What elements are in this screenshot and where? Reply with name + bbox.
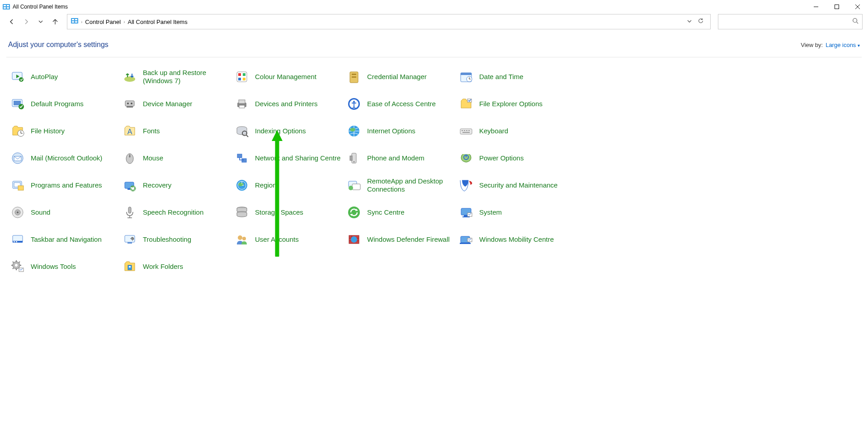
up-button[interactable] [49,15,61,28]
panel-item-indexing-options[interactable]: Indexing Options [232,121,344,141]
taskbar-icon [10,232,25,247]
system-icon [458,205,474,220]
svg-rect-109 [127,242,132,244]
panel-item-sound[interactable]: Sound [8,202,120,223]
recent-locations-button[interactable] [34,15,47,28]
panel-item-label: Troubleshooting [143,235,191,244]
panel-item-power-options[interactable]: Power Options [457,148,569,169]
sound-icon [10,205,25,220]
breadcrumb-seg-1[interactable]: Control Panel [85,19,121,25]
panel-item-windows-mobility-centre[interactable]: Windows Mobility Centre [457,229,569,250]
svg-point-70 [354,161,355,163]
svg-point-111 [242,237,246,240]
panel-item-colour-management[interactable]: Colour Management [232,66,344,87]
panel-item-credential-manager[interactable]: Credential Manager [344,66,457,87]
panel-item-mail-microsoft-outlook[interactable]: Mail (Microsoft Outlook) [8,148,120,169]
svg-rect-119 [460,243,471,244]
panel-item-windows-tools[interactable]: Windows Tools [8,256,120,277]
panel-item-label: Windows Mobility Centre [479,235,554,244]
svg-rect-22 [243,73,245,76]
svg-rect-68 [242,159,246,162]
firewall-icon [346,232,362,247]
panel-item-label: Security and Maintenance [479,181,557,189]
indexing-icon [234,123,250,139]
svg-rect-41 [239,100,245,103]
panel-item-sync-centre[interactable]: Sync Centre [344,202,457,223]
panel-item-devices-and-printers[interactable]: Devices and Printers [232,94,344,114]
panel-item-file-explorer-options[interactable]: File Explorer Options [457,94,569,114]
svg-point-39 [131,103,132,104]
panel-item-keyboard[interactable]: Keyboard [457,121,569,141]
svg-rect-27 [352,76,356,78]
panel-item-device-manager[interactable]: Device Manager [120,94,232,114]
breadcrumb-seg-2[interactable]: All Control Panel Items [127,19,187,25]
panel-item-label: Windows Tools [31,263,76,271]
panel-item-remoteapp-and-desktop-connections[interactable]: RemoteApp and Desktop Connections [344,175,457,196]
panel-item-fonts[interactable]: AFonts [120,121,232,141]
fonts-icon: A [122,123,137,139]
region-icon [234,178,250,193]
panel-item-user-accounts[interactable]: User Accounts [232,229,344,250]
refresh-button[interactable] [698,18,704,26]
chevron-right-icon[interactable]: › [81,19,82,24]
panel-item-windows-defender-firewall[interactable]: Windows Defender Firewall [344,229,457,250]
chevron-right-icon[interactable]: › [123,19,125,24]
panel-item-system[interactable]: System [457,202,569,223]
search-bar[interactable] [718,14,863,29]
svg-point-38 [127,103,129,104]
panel-item-ease-of-access-centre[interactable]: Ease of Access Centre [344,94,457,114]
panel-item-label: User Accounts [255,235,299,244]
svg-line-15 [857,22,859,24]
backup-icon [122,69,137,85]
svg-rect-36 [125,101,134,106]
panel-item-programs-and-features[interactable]: Programs and Features [8,175,120,196]
maximize-button[interactable] [826,0,847,14]
panel-item-back-up-and-restore-windows-7[interactable]: Back up and Restore (Windows 7) [120,66,232,87]
view-by-value: Large icons [826,42,856,48]
panel-item-date-and-time[interactable]: Date and Time [457,66,569,87]
address-bar[interactable]: › Control Panel › All Control Panel Item… [67,14,711,29]
panel-item-label: Back up and Restore (Windows 7) [143,69,229,85]
panel-item-mouse[interactable]: Mouse [120,148,232,169]
security-icon [458,178,474,193]
panel-item-region[interactable]: Region [232,175,344,196]
fileexp-icon [458,96,474,112]
panel-item-network-and-sharing-centre[interactable]: Network and Sharing Centre [232,148,344,169]
close-button[interactable] [847,0,868,14]
svg-rect-23 [238,78,241,80]
svg-rect-67 [237,154,242,158]
svg-rect-24 [243,78,245,80]
panel-item-taskbar-and-navigation[interactable]: Taskbar and Navigation [8,229,120,250]
panel-item-security-and-maintenance[interactable]: Security and Maintenance [457,175,569,196]
window-title: All Control Panel Items [13,4,68,10]
minimize-button[interactable] [806,0,826,14]
view-by-dropdown[interactable]: Large icons ▾ [826,42,860,48]
panel-item-label: Date and Time [479,73,524,81]
view-by-control: View by: Large icons ▾ [801,42,860,48]
panel-item-recovery[interactable]: Recovery [120,175,232,196]
remoteapp-icon [346,178,362,193]
panel-item-file-history[interactable]: File History [8,121,120,141]
panel-item-storage-spaces[interactable]: Storage Spaces [232,202,344,223]
datetime-icon [458,69,474,85]
network-icon [234,150,250,166]
panel-item-label: Internet Options [367,127,415,135]
svg-point-18 [19,77,24,82]
panel-item-label: Work Folders [143,263,183,271]
control-panel-mini-icon [71,17,78,26]
panel-item-work-folders[interactable]: Work Folders [120,256,232,277]
panel-item-label: Devices and Printers [255,100,317,108]
back-button[interactable] [5,15,18,28]
panel-item-troubleshooting[interactable]: Troubleshooting [120,229,232,250]
panel-item-phone-and-modem[interactable]: Phone and Modem [344,148,457,169]
svg-rect-87 [352,184,360,190]
panel-item-autoplay[interactable]: AutoPlay [8,66,120,87]
panel-item-label: Default Programs [31,100,84,108]
address-dropdown-button[interactable] [687,18,692,26]
search-input[interactable] [722,19,852,25]
panel-item-internet-options[interactable]: Internet Options [344,121,457,141]
search-icon[interactable] [852,18,859,26]
panel-item-speech-recognition[interactable]: Speech Recognition [120,202,232,223]
panel-item-default-programs[interactable]: Default Programs [8,94,120,114]
forward-button[interactable] [20,15,33,28]
